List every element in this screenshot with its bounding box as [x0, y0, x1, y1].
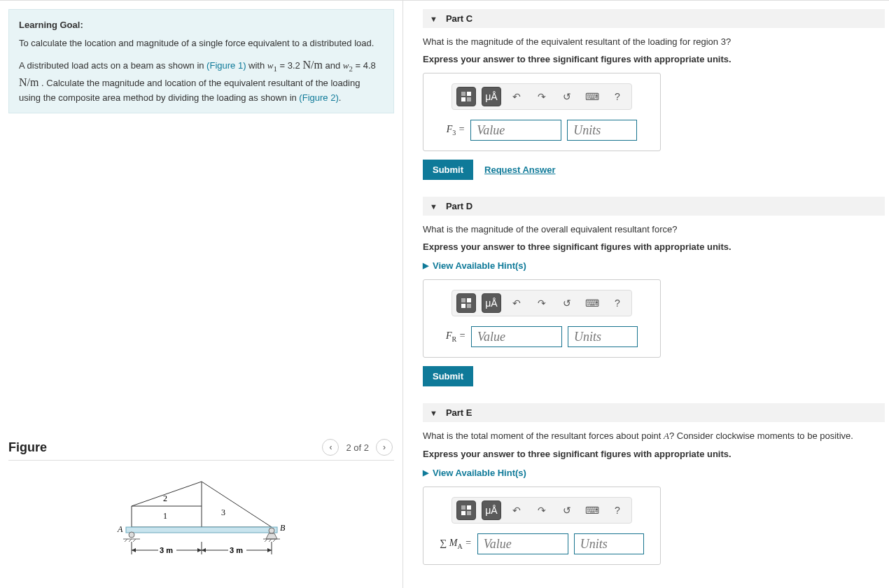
templates-icon[interactable] — [456, 87, 476, 106]
part-e-value-input[interactable] — [477, 533, 568, 554]
beam-diagram: 1 2 3 A B — [104, 475, 300, 580]
caret-down-icon: ▼ — [430, 409, 438, 417]
svg-rect-37 — [461, 511, 465, 515]
svg-rect-38 — [467, 511, 471, 515]
part-c-title: Part C — [446, 13, 472, 24]
part-d-instruction: Express your answer to three significant… — [423, 241, 885, 252]
undo-icon[interactable]: ↶ — [507, 87, 526, 106]
part-c-value-input[interactable] — [470, 120, 561, 141]
learning-goal-text: A distributed load acts on a beam as sho… — [19, 57, 384, 104]
redo-icon[interactable]: ↷ — [532, 87, 552, 106]
svg-point-11 — [269, 528, 274, 533]
reset-icon[interactable]: ↺ — [557, 500, 577, 520]
part-e-answer-box: μÅ ↶ ↷ ↺ ⌨ ? ∑ MA = — [423, 486, 661, 565]
keyboard-icon[interactable]: ⌨ — [582, 293, 602, 313]
learning-goal-heading: Learning Goal: — [19, 18, 384, 32]
part-c-answer-box: μÅ ↶ ↷ ↺ ⌨ ? F3 = — [423, 73, 661, 151]
part-d-title: Part D — [446, 201, 472, 211]
redo-icon[interactable]: ↷ — [532, 293, 552, 313]
svg-rect-36 — [467, 505, 471, 510]
figure-title: Figure — [8, 440, 47, 455]
caret-right-icon: ▶ — [423, 468, 428, 477]
svg-rect-32 — [467, 298, 471, 302]
svg-rect-35 — [461, 505, 465, 510]
reset-icon[interactable]: ↺ — [557, 293, 577, 313]
templates-icon[interactable] — [456, 293, 476, 313]
caret-down-icon: ▼ — [430, 15, 438, 23]
svg-rect-34 — [467, 304, 471, 308]
part-e-header[interactable]: ▼ Part E — [423, 403, 885, 422]
svg-text:3 m: 3 m — [160, 546, 173, 554]
part-e-title: Part E — [446, 407, 472, 418]
svg-rect-27 — [461, 92, 465, 96]
part-d-units-input[interactable] — [568, 326, 638, 347]
caret-down-icon: ▼ — [430, 202, 438, 211]
svg-text:A: A — [117, 524, 123, 534]
units-button[interactable]: μÅ — [482, 87, 501, 106]
caret-right-icon: ▶ — [423, 261, 428, 270]
svg-rect-5 — [126, 527, 277, 533]
keyboard-icon[interactable]: ⌨ — [582, 500, 602, 520]
svg-line-9 — [129, 539, 132, 542]
part-d-hints-link[interactable]: ▶ View Available Hint(s) — [423, 260, 885, 271]
help-icon[interactable]: ? — [608, 293, 627, 313]
part-d-submit-button[interactable]: Submit — [423, 366, 473, 386]
figure-1-link[interactable]: (Figure 1) — [206, 60, 246, 71]
part-d-header[interactable]: ▼ Part D — [423, 197, 885, 216]
part-c-question: What is the magnitude of the equivalent … — [423, 36, 885, 47]
svg-text:3 m: 3 m — [230, 546, 243, 554]
svg-line-8 — [125, 539, 127, 542]
svg-rect-33 — [461, 304, 465, 308]
svg-text:1: 1 — [163, 511, 167, 521]
units-button[interactable]: μÅ — [482, 500, 501, 520]
templates-icon[interactable] — [456, 500, 476, 520]
svg-line-13 — [265, 539, 267, 542]
redo-icon[interactable]: ↷ — [532, 500, 552, 520]
learning-goal-objective: To calculate the location and magnitude … — [19, 36, 384, 50]
part-e-question: What is the total moment of the resultan… — [423, 430, 885, 442]
figure-2-link[interactable]: (Figure 2) — [299, 92, 338, 103]
keyboard-icon[interactable]: ⌨ — [582, 87, 602, 106]
help-icon[interactable]: ? — [608, 87, 627, 106]
svg-line-15 — [273, 539, 276, 542]
undo-icon[interactable]: ↶ — [507, 293, 526, 313]
figure-next-button[interactable]: › — [376, 439, 393, 456]
part-e-hints-link[interactable]: ▶ View Available Hint(s) — [423, 468, 885, 478]
part-c-header[interactable]: ▼ Part C — [423, 9, 885, 28]
figure-prev-button[interactable]: ‹ — [322, 439, 339, 456]
svg-line-10 — [133, 539, 136, 542]
svg-rect-31 — [461, 298, 465, 302]
svg-rect-30 — [467, 97, 471, 102]
part-c-var-label: F3 = — [447, 124, 465, 136]
figure-counter: 2 of 2 — [346, 442, 369, 453]
part-c-units-input[interactable] — [567, 120, 637, 141]
part-c-submit-button[interactable]: Submit — [423, 160, 473, 180]
units-button[interactable]: μÅ — [482, 293, 501, 313]
part-e-var-label: ∑ MA = — [440, 538, 471, 550]
svg-rect-28 — [467, 92, 471, 96]
part-d-answer-box: μÅ ↶ ↷ ↺ ⌨ ? FR = — [423, 279, 661, 358]
help-icon[interactable]: ? — [608, 500, 627, 520]
svg-text:3: 3 — [221, 507, 225, 517]
svg-line-14 — [269, 539, 272, 542]
svg-text:2: 2 — [163, 493, 167, 503]
part-d-var-label: FR = — [446, 330, 465, 343]
reset-icon[interactable]: ↺ — [557, 87, 577, 106]
part-e-instruction: Express your answer to three significant… — [423, 449, 885, 459]
part-c-request-answer-link[interactable]: Request Answer — [484, 164, 555, 175]
part-d-question: What is the magnitude of the overall equ… — [423, 224, 885, 234]
svg-point-6 — [129, 532, 134, 538]
learning-goal-box: Learning Goal: To calculate the location… — [8, 9, 394, 113]
part-d-value-input[interactable] — [471, 326, 562, 347]
part-c-instruction: Express your answer to three significant… — [423, 54, 885, 64]
part-e-units-input[interactable] — [574, 533, 644, 554]
svg-text:B: B — [280, 523, 286, 533]
undo-icon[interactable]: ↶ — [507, 500, 526, 520]
svg-rect-29 — [461, 97, 465, 102]
